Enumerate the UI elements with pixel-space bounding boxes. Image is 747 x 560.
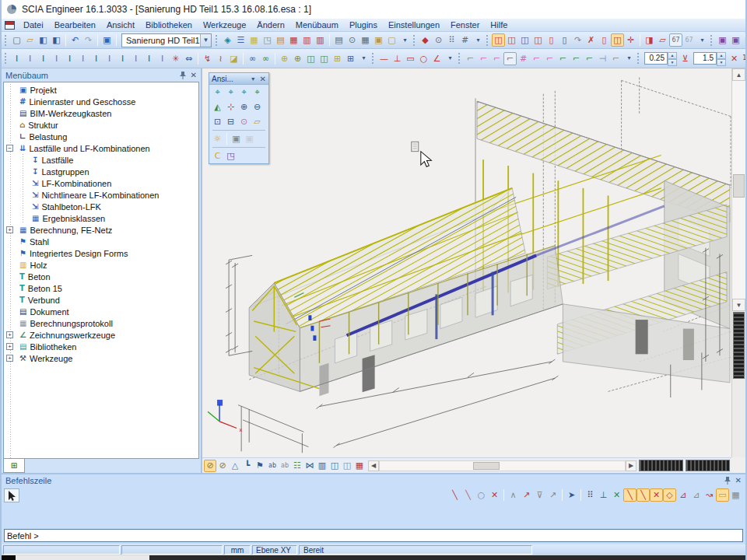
arbeitslineal-icon[interactable]: ▭ — [716, 488, 729, 502]
rendern-flächen-icon[interactable]: ⊘ — [216, 460, 229, 472]
toolbar-grip[interactable] — [637, 53, 641, 64]
ansicht-ordner-icon[interactable]: ▱ — [251, 115, 264, 128]
fang-punkt-icon[interactable]: ◇ — [663, 488, 676, 502]
pin-icon[interactable] — [724, 476, 731, 485]
tree-item-dokument[interactable]: ▤Dokument — [4, 306, 198, 317]
koordinaten-abfrage-icon[interactable]: # — [458, 33, 472, 47]
toolbar-optionen-icon[interactable]: ▾ — [622, 52, 636, 65]
öffnen-icon[interactable]: ▱ — [23, 33, 37, 47]
stab-entfernen-icon[interactable]: ▯ — [558, 33, 571, 47]
vertical-pan-bar[interactable] — [733, 312, 745, 379]
mehrfachkopie-icon[interactable]: ⊞ — [331, 52, 344, 65]
zeige-stäbe-icon[interactable]: ◫ — [505, 33, 518, 47]
expand-box-icon[interactable]: + — [6, 226, 13, 233]
freihand-messen-icon[interactable]: ≀ — [214, 52, 227, 65]
expand-box-icon[interactable]: + — [6, 331, 13, 338]
auswahl-trichter-icon[interactable]: ⊽ — [533, 488, 546, 502]
gitter-pink-icon[interactable]: # — [517, 52, 530, 65]
tree-item-nichtlineare-lf-kombinationen[interactable]: ⇲Nichtlineare LF-Kombinationen — [4, 189, 198, 201]
document-window-icon[interactable] — [5, 21, 15, 30]
scroll-up-icon[interactable]: ▲ — [732, 68, 745, 81]
tree-item-berechnungsprotokoll[interactable]: ▦Berechnungsprotokoll — [4, 317, 198, 329]
tree-item-integriertes-design-forms[interactable]: ⚑Integriertes Design Forms — [4, 247, 198, 259]
querschnitt-8-icon[interactable]: I — [103, 52, 116, 65]
tree-item-struktur[interactable]: ⌂Struktur — [4, 119, 198, 131]
rendern-drahtmodell-icon[interactable]: ⊘ — [204, 460, 216, 472]
tree-item-bibliotheken[interactable]: +▤Bibliotheken — [4, 341, 198, 352]
block-grün-2-icon[interactable]: ◫ — [317, 52, 331, 65]
spinner-down-icon[interactable]: ▼ — [668, 59, 677, 66]
drucken-icon[interactable]: ▤ — [332, 33, 345, 47]
maße-ab-icon[interactable]: ab — [266, 460, 279, 472]
kopieren-icon[interactable]: ⊕ — [291, 52, 304, 65]
neu-icon[interactable]: ▢ — [10, 33, 23, 47]
auswahl-spitze-icon[interactable]: ∧ — [507, 488, 520, 502]
querschnitt-1-icon[interactable]: I — [10, 52, 23, 65]
ausrichten-icon[interactable]: ⊞ — [344, 52, 357, 65]
beschriftung-icon[interactable]: ⚑ — [254, 460, 266, 472]
maßstab-1-8-icon[interactable]: 1.8 — [741, 52, 745, 65]
combo-dropdown-icon[interactable]: ▼ — [200, 34, 211, 47]
ansicht-ordner-rot-icon[interactable]: ▱ — [656, 33, 669, 47]
menu-item-0[interactable]: Datei — [18, 19, 49, 30]
knoten-paar-grün-icon[interactable]: ∞ — [259, 52, 272, 65]
vscroll-track[interactable] — [732, 81, 745, 299]
scroll-left-icon[interactable]: ◀ — [368, 460, 379, 471]
menu-item-1[interactable]: Bearbeiten — [49, 19, 101, 30]
vertical-scrollbar[interactable]: ▲ ▼ — [731, 68, 745, 457]
maß-linie-icon[interactable]: — — [377, 52, 391, 65]
ecke-8-icon[interactable]: ⌐ — [570, 52, 583, 65]
scroll-down-icon[interactable]: ▼ — [732, 299, 745, 311]
ecke-4-icon[interactable]: ⌐ — [503, 52, 517, 65]
menu-item-4[interactable]: Werkzeuge — [198, 19, 251, 30]
ansicht-y-icon[interactable]: ⌖ — [224, 86, 237, 99]
punktraster-icon[interactable]: ⠿ — [584, 488, 597, 502]
eckpunkt-fangen-icon[interactable]: ◆ — [419, 33, 432, 47]
fenster-teilen-icon[interactable]: ▣ — [729, 33, 742, 47]
menu-item-9[interactable]: Fenster — [445, 19, 485, 30]
axonometrie-icon[interactable]: ⌖ — [251, 86, 264, 99]
tree-item-ergebnisklassen[interactable]: ▦Ergebnisklassen — [4, 212, 198, 224]
hscroll-track[interactable] — [379, 460, 626, 471]
spinner-up-icon[interactable]: ▲ — [717, 52, 726, 59]
ecke-1-icon[interactable]: ⌐ — [464, 52, 477, 65]
sichtbarkeit-icon[interactable]: ◈ — [221, 33, 234, 47]
tree-tab[interactable]: ⊞ — [3, 459, 25, 473]
model-3d[interactable]: x — [202, 68, 731, 457]
toolbar-optionen-icon[interactable]: ▾ — [444, 52, 457, 65]
querschnitt-11-icon[interactable]: I — [142, 52, 156, 65]
maß-winkel-icon[interactable]: ∠ — [430, 52, 444, 65]
ansicht-z-icon[interactable]: ⌖ — [237, 86, 251, 99]
toolbar-grip[interactable] — [413, 35, 417, 46]
tree-item-projekt[interactable]: ▣Projekt — [4, 84, 198, 96]
geschosse-manager-icon[interactable]: ☰ — [234, 33, 247, 47]
rechner-icon[interactable]: ▦ — [359, 33, 372, 47]
tabellen-eingabe-icon[interactable]: ▥ — [314, 33, 327, 47]
fang-kurve-icon[interactable]: ↝ — [703, 488, 716, 502]
linie-zeichnen-2-icon[interactable]: ╲ — [461, 488, 475, 502]
command-input[interactable] — [4, 529, 743, 542]
polylinie-rot-icon[interactable]: ↯ — [201, 52, 214, 65]
tree-item-berechnung-fe-netz[interactable]: +▦Berechnung, FE-Netz — [4, 224, 198, 236]
collapse-box-icon[interactable]: − — [6, 145, 13, 152]
element-löschen-icon[interactable]: ✕ — [488, 488, 501, 502]
ecke-6-icon[interactable]: ⌐ — [543, 52, 556, 65]
tree-item-lf-kombinationen[interactable]: ⇲LF-Kombinationen — [4, 177, 198, 189]
aktivität-icon[interactable]: ◳ — [261, 33, 274, 47]
querschnitt-10-icon[interactable]: I — [129, 52, 142, 65]
menu-item-10[interactable]: Hilfe — [485, 19, 513, 30]
alle-speichern-icon[interactable]: ◧ — [37, 33, 50, 47]
tree-item-lastgruppen[interactable]: ↧Lastgruppen — [4, 166, 198, 177]
chevron-down-icon[interactable]: ▼ — [251, 76, 256, 82]
projekt-fenster-icon[interactable]: ▣ — [100, 33, 114, 47]
menu-item-3[interactable]: Bibliotheken — [140, 19, 198, 30]
toolbar-grip[interactable] — [710, 35, 714, 46]
zoom-alles-icon[interactable]: ⊟ — [224, 115, 237, 128]
spinner-up-icon[interactable]: ▲ — [668, 52, 677, 59]
profile-icon[interactable]: ▥ — [316, 460, 328, 472]
bild-hinzufügen-icon[interactable]: ▢ — [385, 33, 398, 47]
toolbar-grip[interactable] — [458, 53, 462, 64]
maß-kette-icon[interactable]: ▭ — [404, 52, 417, 65]
querschnitt-6-icon[interactable]: I — [76, 52, 89, 65]
close-icon[interactable]: ✕ — [735, 476, 742, 485]
